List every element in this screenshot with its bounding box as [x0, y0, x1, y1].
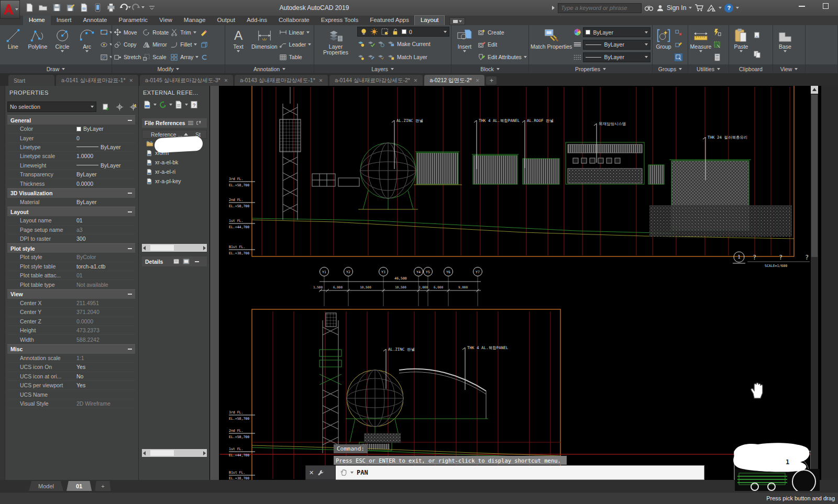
insert-block-tool[interactable]: Insert — [453, 26, 476, 63]
ungroup-icon[interactable] — [675, 28, 682, 36]
measure-tool[interactable]: Measure — [690, 26, 712, 63]
trim-tool[interactable]: Trim — [170, 26, 199, 38]
linetype-dropdown[interactable]: ByLayer — [583, 52, 650, 62]
base-view-tool[interactable]: Base — [775, 26, 796, 63]
save-as-button[interactable] — [64, 1, 76, 14]
file-tab-active[interactable]: a-0212 입면도-2*✕ — [424, 75, 484, 86]
ellipse-tool[interactable] — [100, 41, 112, 49]
layer-on-icon[interactable] — [360, 28, 368, 36]
close-tab-icon[interactable]: ✕ — [476, 78, 480, 83]
layer-viewport-freeze-icon[interactable] — [381, 28, 389, 36]
panel-label-clipboard[interactable]: Clipboard — [729, 64, 773, 73]
tab-home[interactable]: Home — [23, 16, 51, 25]
tab-parametric[interactable]: Parametric — [113, 16, 154, 25]
select-objects-button[interactable] — [114, 102, 125, 112]
details-view-icon[interactable] — [173, 259, 180, 264]
text-tool[interactable]: AText — [227, 26, 250, 63]
stretch-tool[interactable]: Stretch — [114, 51, 141, 63]
maximize-button[interactable] — [823, 3, 829, 9]
section-layout[interactable]: Layout — [7, 207, 135, 216]
tab-insert[interactable]: Insert — [51, 16, 78, 25]
tab-featured-apps[interactable]: Featured Apps — [364, 16, 415, 25]
create-block-tool[interactable]: Create — [478, 26, 527, 38]
close-tab-icon[interactable]: ✕ — [224, 78, 228, 83]
list-view-icon[interactable] — [188, 120, 194, 126]
lineweight-list-icon[interactable] — [574, 41, 581, 49]
tab-annotate[interactable]: Annotate — [77, 16, 113, 25]
redo-button[interactable] — [132, 1, 145, 14]
new-layout-button[interactable]: + — [95, 481, 111, 491]
minimize-button[interactable] — [799, 6, 805, 7]
match-properties-tool[interactable]: Match Properties — [531, 26, 572, 63]
section-3d-visualization[interactable]: 3D Visualization — [7, 188, 135, 198]
arc-tool[interactable]: Arc — [75, 26, 98, 63]
table-tool[interactable]: Table — [279, 51, 312, 63]
plot-stamp-button[interactable] — [78, 1, 90, 14]
quick-select-icon[interactable] — [713, 28, 721, 36]
tab-output[interactable]: Output — [211, 16, 241, 25]
layout-tab-01[interactable]: 01 — [67, 481, 92, 491]
panel-label-annotation[interactable]: Annotation — [225, 64, 314, 73]
section-general[interactable]: General — [7, 115, 135, 125]
object-color-dropdown[interactable]: ByLayer — [583, 27, 650, 37]
scale-tool[interactable]: Scale — [142, 51, 169, 63]
color-wheel-icon[interactable] — [574, 28, 581, 36]
explode-tool[interactable] — [200, 39, 208, 51]
undo-history-chevron-icon[interactable] — [128, 6, 131, 8]
array-tool[interactable]: Array — [170, 51, 199, 63]
dimension-tool[interactable]: Dimension — [251, 26, 278, 63]
open-file-button[interactable] — [37, 1, 49, 14]
group-tool[interactable]: Group — [654, 26, 673, 63]
fillet-tool[interactable]: Fillet — [170, 39, 199, 51]
file-tab[interactable]: a-0144 실내재료마감상세도-2*✕ — [329, 75, 423, 86]
workspace-button[interactable] — [449, 17, 465, 25]
edit-attributes-tool[interactable]: Edit Attributes — [478, 51, 527, 63]
save-button[interactable] — [50, 1, 63, 14]
group-select-toggle[interactable] — [675, 53, 682, 61]
hatch-tool[interactable] — [100, 53, 112, 61]
infocenter-collapse-icon[interactable] — [551, 5, 555, 10]
panel-label-modify[interactable]: Modify — [112, 64, 225, 73]
rotate-tool[interactable]: Rotate — [142, 26, 169, 38]
xref-help-icon[interactable]: ? — [190, 100, 198, 109]
xref-item[interactable]: xr-a-pl-key — [142, 176, 207, 186]
toggle-pickadd-button[interactable] — [101, 102, 111, 112]
refresh-icon[interactable] — [159, 100, 167, 109]
panel-label-groups[interactable]: Groups — [653, 64, 688, 73]
attach-dwg-icon[interactable] — [143, 100, 151, 109]
print-button[interactable] — [105, 1, 117, 14]
search-input[interactable] — [558, 3, 642, 13]
command-line-dock[interactable]: ✕ PAN — [305, 465, 704, 480]
offset-tool[interactable] — [200, 51, 208, 63]
search-icon[interactable] — [644, 4, 654, 12]
palette-autohide-bar[interactable] — [210, 86, 219, 480]
details-horizontal-scrollbar[interactable] — [142, 449, 207, 457]
linetype-list-icon[interactable] — [574, 53, 581, 61]
layer-thaw-icon[interactable] — [370, 28, 378, 36]
linear-dimension-tool[interactable]: Linear — [279, 26, 312, 38]
help-button[interactable]: ? — [724, 4, 733, 13]
tab-express-tools[interactable]: Express Tools — [315, 16, 364, 25]
panel-label-properties[interactable]: Properties — [529, 64, 652, 73]
close-command-icon[interactable]: ✕ — [309, 469, 314, 476]
tab-collaborate[interactable]: Collaborate — [273, 16, 315, 25]
lineweight-dropdown[interactable]: ByLayer — [583, 40, 650, 50]
make-current-tool[interactable]: Make Current — [357, 38, 449, 50]
xref-item[interactable]: xr-a-el-ri — [142, 167, 207, 176]
tab-manage[interactable]: Manage — [178, 16, 212, 25]
new-file-button[interactable] — [23, 1, 36, 14]
quick-calculator-icon[interactable] — [713, 53, 721, 61]
layer-color-swatch[interactable] — [402, 29, 406, 34]
section-view[interactable]: View — [7, 289, 135, 299]
cut-icon[interactable] — [753, 31, 761, 39]
mirror-tool[interactable]: Mirror — [142, 39, 169, 51]
layer-properties-tool[interactable]: Layer Properties — [316, 26, 356, 63]
mobile-share-button[interactable] — [91, 1, 104, 14]
panel-label-utilities[interactable]: Utilities — [688, 64, 729, 73]
preview-view-icon[interactable] — [183, 259, 190, 264]
palette-grip[interactable] — [0, 86, 5, 480]
sign-in-chevron-icon[interactable] — [689, 7, 692, 9]
layer-unlock-icon[interactable] — [391, 28, 399, 36]
tree-view-icon[interactable] — [196, 120, 202, 126]
copy-clip-icon[interactable] — [753, 50, 761, 58]
